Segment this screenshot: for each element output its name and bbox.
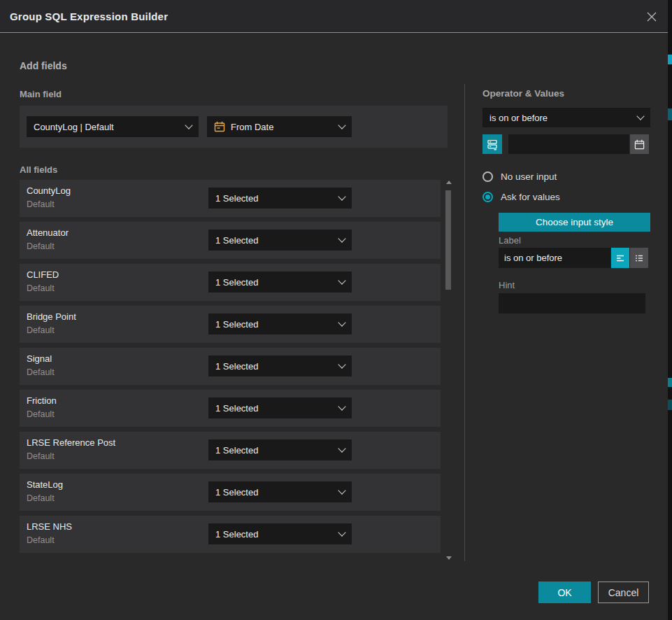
field-type: Default	[27, 199, 55, 209]
no-user-input-label: No user input	[501, 171, 557, 182]
label-field-label: Label	[499, 235, 521, 246]
chevron-down-icon	[338, 444, 345, 452]
edge-accent-segment	[668, 400, 672, 410]
bulleted-list-icon	[634, 253, 645, 264]
label-input[interactable]	[499, 248, 610, 268]
cancel-button[interactable]: Cancel	[598, 582, 649, 603]
text-input-style-button[interactable]	[611, 248, 629, 268]
field-row-lrse-nhs: LRSE NHS Default 1 Selected	[20, 516, 441, 553]
edge-accent-segment	[668, 55, 672, 64]
field-name: LRSE NHS	[27, 521, 72, 532]
field-type: Default	[27, 283, 55, 293]
list-input-style-button[interactable]	[630, 248, 648, 268]
field-values-select[interactable]: 1 Selected	[208, 439, 352, 460]
all-fields-scrollbar[interactable]	[444, 179, 453, 561]
calendar-icon	[634, 139, 645, 150]
close-icon	[646, 11, 657, 22]
operator-select[interactable]: is on or before	[482, 108, 650, 127]
background-edge-strip	[668, 0, 672, 620]
field-values-selected: 1 Selected	[215, 529, 339, 540]
field-name: LRSE Reference Post	[27, 437, 115, 448]
operator-value: is on or before	[489, 113, 638, 123]
hint-field-label: Hint	[499, 280, 515, 290]
field-name: Signal	[27, 353, 52, 364]
main-field-label: Main field	[20, 89, 62, 99]
all-fields-label: All fields	[20, 164, 57, 175]
scroll-up-arrow-icon[interactable]	[446, 181, 452, 184]
chevron-down-icon	[338, 192, 345, 200]
field-values-selected: 1 Selected	[215, 193, 339, 204]
chevron-down-icon	[185, 121, 192, 129]
main-field-date-select[interactable]: From Date	[207, 116, 352, 137]
stacked-values-icon	[487, 139, 499, 150]
field-type: Default	[27, 451, 55, 461]
field-row-clifed: CLIFED Default 1 Selected	[20, 264, 441, 301]
field-values-selected: 1 Selected	[215, 319, 339, 330]
field-row-countylog: CountyLog Default 1 Selected	[20, 180, 441, 217]
date-picker-button[interactable]	[630, 134, 649, 154]
chevron-down-icon	[338, 276, 345, 284]
close-button[interactable]	[644, 9, 659, 24]
field-row-statelog: StateLog Default 1 Selected	[20, 474, 441, 511]
dialog-header: Group SQL Expression Builder	[0, 0, 668, 33]
field-type: Default	[27, 535, 55, 545]
main-field-panel: CountyLog | Default From Date	[20, 106, 448, 148]
main-field-source-value: CountyLog | Default	[34, 122, 186, 132]
unique-values-button[interactable]	[482, 134, 502, 154]
field-values-select[interactable]: 1 Selected	[208, 481, 352, 502]
field-values-select[interactable]: 1 Selected	[208, 313, 352, 334]
field-values-select[interactable]: 1 Selected	[208, 230, 352, 251]
field-values-selected: 1 Selected	[215, 403, 339, 414]
panel-divider	[464, 84, 465, 561]
field-values-select[interactable]: 1 Selected	[208, 188, 352, 209]
add-fields-heading: Add fields	[20, 60, 67, 71]
choose-input-style-button[interactable]: Choose input style	[499, 213, 650, 232]
field-row-friction: Friction Default 1 Selected	[20, 390, 441, 427]
field-type: Default	[27, 367, 55, 377]
chevron-down-icon	[338, 528, 345, 536]
scroll-down-arrow-icon[interactable]	[446, 556, 452, 560]
field-name: Friction	[27, 395, 57, 406]
value-input[interactable]	[508, 134, 629, 154]
field-values-selected: 1 Selected	[215, 361, 339, 372]
scrollbar-thumb[interactable]	[445, 190, 451, 290]
edge-accent-segment	[668, 108, 672, 120]
hint-input[interactable]	[499, 293, 645, 313]
field-row-bridge-point: Bridge Point Default 1 Selected	[20, 306, 441, 343]
operator-values-heading: Operator & Values	[482, 88, 564, 99]
chevron-down-icon	[338, 234, 345, 242]
edge-accent-segment	[668, 378, 672, 387]
field-name: CountyLog	[27, 185, 71, 196]
chevron-down-icon	[338, 121, 345, 129]
field-values-selected: 1 Selected	[215, 235, 339, 246]
group-sql-expression-builder-dialog: Group SQL Expression Builder Add fields …	[0, 0, 668, 620]
ask-for-values-label: Ask for values	[501, 192, 560, 202]
screen: Group SQL Expression Builder Add fields …	[0, 0, 672, 620]
field-type: Default	[27, 493, 55, 503]
main-field-source-select[interactable]: CountyLog | Default	[27, 116, 199, 137]
main-field-date-value: From Date	[231, 122, 339, 132]
field-values-selected: 1 Selected	[215, 487, 339, 498]
field-row-lrse-reference-post: LRSE Reference Post Default 1 Selected	[20, 432, 441, 469]
ask-for-values-radio[interactable]	[482, 192, 493, 202]
field-name: StateLog	[27, 479, 63, 490]
field-values-select[interactable]: 1 Selected	[208, 355, 352, 376]
ok-button[interactable]: OK	[538, 582, 591, 603]
field-name: Attenuator	[27, 227, 69, 238]
chevron-down-icon	[338, 360, 345, 368]
field-values-select[interactable]: 1 Selected	[208, 523, 352, 544]
no-user-input-radio[interactable]	[482, 171, 493, 182]
chevron-down-icon	[338, 318, 345, 326]
field-name: Bridge Point	[27, 311, 76, 322]
field-values-select[interactable]: 1 Selected	[208, 272, 352, 293]
field-type: Default	[27, 241, 55, 251]
date-field-calendar-icon	[214, 121, 225, 132]
field-row-signal: Signal Default 1 Selected	[20, 348, 441, 385]
field-row-attenuator: Attenuator Default 1 Selected	[20, 222, 441, 259]
field-values-select[interactable]: 1 Selected	[208, 397, 352, 418]
field-values-selected: 1 Selected	[215, 277, 339, 288]
field-type: Default	[27, 325, 55, 335]
field-values-selected: 1 Selected	[215, 445, 339, 456]
field-name: CLIFED	[27, 269, 59, 280]
field-type: Default	[27, 409, 55, 419]
